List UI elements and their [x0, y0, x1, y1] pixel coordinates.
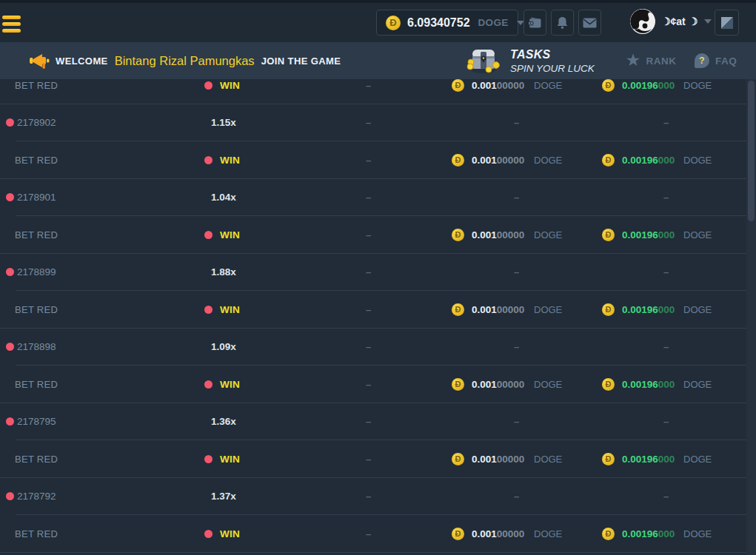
- round-id-link[interactable]: 2178899: [17, 254, 56, 292]
- result-dot-icon: [204, 79, 213, 104]
- bet-history-table: BET RED WIN – Ð 0.00100000 DOGE Ð 0.0019…: [0, 79, 746, 555]
- round-multiplier: 1.88x: [211, 254, 236, 292]
- bet-history-rows: BET RED WIN – Ð 0.00100000 DOGE Ð 0.0019…: [0, 79, 746, 553]
- rank-link[interactable]: ★ RANK: [626, 42, 676, 79]
- round-dot-icon: [6, 403, 14, 441]
- top-bar: Ð 6.09340752 DOGE: [0, 0, 756, 42]
- round-row: 2178899 1.88x – – –: [0, 254, 746, 292]
- round-row: 2178902 1.15x – – –: [0, 104, 746, 142]
- bet-result-label: WIN: [220, 515, 240, 553]
- profit-amount: 0.00196000: [622, 440, 675, 478]
- round-row: 2178795 1.36x – – –: [0, 403, 746, 441]
- profit-amount: 0.00196000: [622, 141, 675, 179]
- tasks-title: TASKS: [510, 48, 595, 61]
- round-id-link[interactable]: 2178901: [17, 179, 56, 217]
- doge-coin-icon: Ð: [452, 79, 464, 104]
- wallet-icon: [528, 16, 542, 29]
- doge-coin-icon: Ð: [452, 141, 464, 179]
- bet-row: BET RED WIN – Ð 0.00100000 DOGE Ð 0.0019…: [0, 291, 746, 329]
- tasks-text: TASKS SPIN YOUR LUCK: [510, 48, 595, 74]
- user-menu[interactable]: ☽¢at ☽: [630, 0, 712, 42]
- empty-value-dash: –: [366, 403, 371, 441]
- profit-amount: 0.00196000: [622, 216, 675, 254]
- balance-selector[interactable]: Ð 6.09340752 DOGE: [376, 10, 518, 36]
- round-multiplier: 1.09x: [211, 329, 236, 366]
- envelope-icon: [583, 18, 597, 28]
- tasks-banner[interactable]: TASKS SPIN YOUR LUCK: [466, 42, 595, 79]
- profit-currency: DOGE: [683, 440, 712, 478]
- empty-value-dash: –: [366, 329, 371, 366]
- bet-type-label: BET RED: [15, 440, 58, 478]
- balance-amount: 6.09340752: [407, 16, 470, 30]
- bet-amount: 0.00100000: [472, 216, 524, 254]
- round-id-link[interactable]: 2178898: [17, 329, 56, 366]
- round-dot-icon: [6, 478, 14, 516]
- result-dot-icon: [204, 216, 213, 254]
- doge-coin-icon: Ð: [602, 515, 615, 553]
- empty-value-dash: –: [514, 329, 519, 366]
- empty-value-dash: –: [366, 104, 371, 142]
- welcome-message: WELCOME Bintang Rizal Pamungkas JOIN THE…: [56, 42, 341, 79]
- avatar-cat-art: [630, 9, 655, 34]
- bet-row: BET RED WIN – Ð 0.00100000 DOGE Ð 0.0019…: [0, 216, 746, 254]
- bet-row: BET RED WIN – Ð 0.00100000 DOGE Ð 0.0019…: [0, 79, 746, 104]
- menu-hamburger-icon[interactable]: [2, 16, 21, 33]
- megaphone-icon: [30, 52, 50, 73]
- bet-amount: 0.00100000: [472, 440, 524, 478]
- doge-coin-icon: Ð: [602, 291, 615, 329]
- result-dot-icon: [204, 440, 213, 478]
- empty-value-dash: –: [366, 254, 371, 292]
- round-multiplier: 1.15x: [211, 104, 236, 142]
- profit-currency: DOGE: [683, 216, 712, 254]
- bet-amount: 0.00100000: [472, 515, 524, 553]
- bet-amount-currency: DOGE: [534, 440, 562, 478]
- notifications-button[interactable]: [551, 10, 574, 36]
- welcome-player-name: Bintang Rizal Pamungkas: [115, 54, 255, 68]
- doge-coin-icon: Ð: [452, 216, 464, 254]
- empty-value-dash: –: [663, 104, 669, 142]
- empty-value-dash: –: [514, 179, 519, 217]
- bet-row: BET RED WIN – Ð 0.00100000 DOGE Ð 0.0019…: [0, 141, 746, 179]
- wallet-button[interactable]: [523, 10, 546, 36]
- empty-value-dash: –: [366, 366, 371, 403]
- app-screen: Ð 6.09340752 DOGE: [0, 0, 756, 555]
- profit-amount: 0.00196000: [622, 366, 675, 403]
- bet-amount: 0.00100000: [472, 141, 524, 179]
- profit-currency: DOGE: [683, 515, 712, 553]
- bet-result-label: WIN: [220, 216, 240, 254]
- round-dot-icon: [6, 179, 14, 217]
- round-multiplier: 1.36x: [211, 403, 236, 441]
- chat-toggle-button[interactable]: [715, 10, 739, 36]
- round-multiplier: 1.37x: [211, 478, 236, 516]
- bet-amount: 0.00100000: [472, 291, 524, 329]
- empty-value-dash: –: [663, 179, 669, 217]
- doge-coin-icon: Ð: [602, 141, 615, 179]
- empty-value-dash: –: [663, 478, 669, 516]
- question-mark-icon: ?: [695, 53, 709, 68]
- messages-button[interactable]: [578, 10, 601, 36]
- bet-amount-currency: DOGE: [534, 79, 562, 104]
- profit-currency: DOGE: [683, 366, 712, 403]
- bet-amount-currency: DOGE: [534, 515, 562, 553]
- empty-value-dash: –: [514, 254, 519, 292]
- round-id-link[interactable]: 2178792: [17, 478, 56, 516]
- doge-coin-icon: Ð: [452, 366, 464, 403]
- doge-coin-icon: Ð: [602, 366, 615, 403]
- bet-amount: 0.00100000: [472, 366, 524, 403]
- round-id-link[interactable]: 2178902: [17, 104, 56, 142]
- round-dot-icon: [6, 104, 14, 142]
- doge-coin-icon: Ð: [452, 515, 464, 553]
- avatar: [630, 9, 655, 34]
- empty-value-dash: –: [366, 515, 371, 553]
- empty-value-dash: –: [514, 403, 519, 441]
- round-id-link[interactable]: 2178795: [17, 403, 56, 441]
- bet-amount-currency: DOGE: [534, 291, 562, 329]
- profit-currency: DOGE: [683, 141, 712, 179]
- scrollbar-thumb[interactable]: [748, 81, 755, 221]
- bet-amount-currency: DOGE: [534, 366, 562, 403]
- faq-link[interactable]: ? FAQ: [695, 42, 737, 79]
- doge-coin-icon: Ð: [602, 216, 615, 254]
- scrollbar-track[interactable]: [746, 79, 756, 555]
- doge-coin-icon: Ð: [452, 291, 464, 329]
- round-dot-icon: [6, 329, 14, 366]
